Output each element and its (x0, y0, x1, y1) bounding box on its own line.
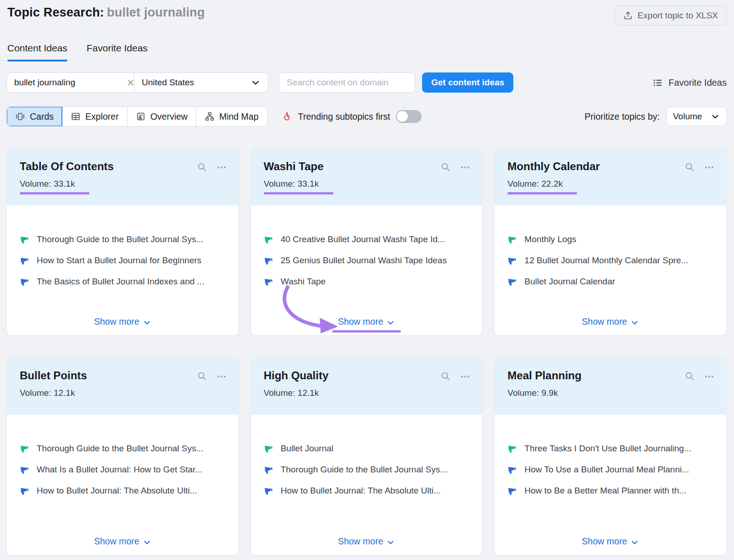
card-body: 40 Creative Bullet Journal Washi Tape Id… (251, 205, 483, 335)
headline-item[interactable]: How to Be a Better Meal Planner with th.… (507, 486, 713, 496)
clear-keyword-icon[interactable]: ✕ (127, 78, 135, 88)
headline-item[interactable]: 12 Bullet Journal Monthly Calendar Spre.… (507, 255, 713, 266)
export-button[interactable]: Export topic to XLSX (614, 6, 727, 26)
more-options-icon[interactable] (217, 371, 227, 382)
more-options-icon[interactable] (460, 371, 470, 382)
favorite-ideas-link[interactable]: Favorite Ideas (652, 78, 727, 88)
headline-text: 25 Genius Bullet Journal Washi Tape Idea… (281, 255, 447, 266)
search-topic-icon[interactable] (440, 162, 451, 172)
country-value: United States (142, 78, 194, 88)
card-volume: Volume: 22.2k (507, 179, 714, 189)
search-topic-icon[interactable] (440, 371, 451, 382)
view-explorer[interactable]: Explorer (62, 107, 128, 126)
search-topic-icon[interactable] (684, 162, 695, 172)
megaphone-green-icon (264, 444, 274, 454)
search-topic-icon[interactable] (684, 371, 695, 382)
domain-search-input[interactable] (279, 72, 415, 93)
mind-map-icon (205, 111, 215, 122)
prioritize-select[interactable]: Volume (666, 107, 727, 126)
country-select[interactable]: United States (134, 73, 268, 92)
headline-item[interactable]: How To Use a Bullet Journal Meal Planni.… (507, 465, 713, 475)
headline-text: Monthly Logs (524, 234, 576, 244)
headline-item[interactable]: What Is a Bullet Journal: How to Get Sta… (20, 465, 226, 475)
headline-item[interactable]: How to Start a Bullet Journal for Beginn… (20, 255, 226, 266)
card-volume-label: Volume: (507, 179, 541, 189)
headline-item[interactable]: Thorough Guide to the Bullet Journal Sys… (20, 234, 226, 244)
cards-icon (15, 111, 25, 122)
card-title: Meal Planning (507, 369, 581, 382)
get-content-ideas-button[interactable]: Get content ideas (422, 72, 513, 93)
show-more-link[interactable]: Show more (338, 316, 395, 327)
headline-item[interactable]: Monthly Logs (507, 234, 713, 244)
card-volume-value: 9.9k (541, 388, 558, 398)
prioritize-label: Prioritize topics by: (584, 111, 660, 122)
card-volume-label: Volume: (264, 388, 298, 398)
headline-text: How to Be a Better Meal Planner with th.… (524, 486, 686, 496)
card-volume: Volume: 9.9k (507, 388, 714, 398)
view-explorer-label: Explorer (85, 111, 119, 122)
show-more-label: Show more (94, 316, 139, 327)
card-header: High Quality Volume: 12.1k (251, 357, 483, 415)
card-header: Table Of Contents Volume: 33.1k (7, 148, 239, 205)
headline-item[interactable]: 25 Genius Bullet Journal Washi Tape Idea… (264, 255, 470, 266)
page-title-label: Topic Research: (7, 6, 104, 19)
cards-grid-row-1: Table Of Contents Volume: 33.1k Thorough… (6, 148, 727, 336)
card-header: Meal Planning Volume: 9.9k (495, 357, 726, 415)
card-header: Washi Tape Volume: 33.1k (251, 148, 483, 205)
tab-content-ideas[interactable]: Content Ideas (7, 43, 67, 61)
headline-item[interactable]: 40 Creative Bullet Journal Washi Tape Id… (264, 234, 470, 244)
view-cards[interactable]: Cards (7, 107, 62, 126)
headline-item[interactable]: Bullet Journal (264, 444, 470, 454)
card-volume-value: 22.2k (541, 179, 562, 189)
card-body: Thorough Guide to the Bullet Journal Sys… (7, 205, 239, 335)
megaphone-blue-icon (20, 486, 30, 496)
search-topic-icon[interactable] (197, 162, 207, 172)
topic-card: Monthly Calendar Volume: 22.2k Monthly L… (494, 148, 727, 336)
headline-text: What Is a Bullet Journal: How to Get Sta… (37, 465, 202, 475)
headline-item[interactable]: Thorough Guide to the Bullet Journal Sys… (264, 465, 470, 475)
headline-item[interactable]: Bullet Journal Calendar (507, 277, 713, 287)
show-more-link[interactable]: Show more (94, 316, 151, 327)
view-overview[interactable]: Overview (128, 107, 196, 126)
flame-icon (281, 111, 292, 122)
headline-item[interactable]: How to Bullet Journal: The Absolute Ulti… (20, 486, 226, 496)
card-title: Table Of Contents (20, 160, 114, 173)
headline-item[interactable]: Thorough Guide to the Bullet Journal Sys… (20, 444, 226, 454)
headline-text: Three Tasks I Don't Use Bullet Journalin… (524, 444, 691, 454)
megaphone-green-icon (20, 444, 30, 454)
headline-text: How To Use a Bullet Journal Meal Planni.… (524, 465, 689, 475)
show-more-link[interactable]: Show more (94, 536, 151, 547)
more-options-icon[interactable] (704, 162, 714, 172)
megaphone-green-icon (507, 444, 517, 454)
headline-item[interactable]: Washi Tape (264, 277, 470, 287)
search-topic-icon[interactable] (197, 371, 207, 382)
headline-text: Washi Tape (281, 277, 326, 287)
megaphone-blue-icon (20, 255, 30, 266)
show-more-label: Show more (582, 536, 627, 547)
megaphone-blue-icon (264, 486, 274, 496)
more-options-icon[interactable] (217, 162, 227, 172)
card-title: High Quality (264, 369, 328, 382)
keyword-field[interactable]: ✕ (7, 73, 134, 92)
keyword-input[interactable] (14, 78, 127, 88)
show-more-link[interactable]: Show more (338, 536, 395, 547)
view-mind-map[interactable]: Mind Map (196, 107, 267, 126)
view-switcher: Cards Explorer Overview (6, 106, 267, 127)
more-options-icon[interactable] (460, 162, 470, 172)
card-volume: Volume: 12.1k (264, 388, 471, 398)
headline-item[interactable]: The Basics of Bullet Journal Indexes and… (20, 277, 226, 287)
export-label: Export topic to XLSX (638, 11, 718, 21)
more-options-icon[interactable] (704, 371, 714, 382)
show-more-label: Show more (582, 316, 627, 327)
headline-item[interactable]: How to Bullet Journal: The Absolute Ulti… (264, 486, 470, 496)
trending-toggle[interactable] (396, 110, 422, 123)
headline-text: Thorough Guide to the Bullet Journal Sys… (37, 444, 203, 454)
headline-list: Three Tasks I Don't Use Bullet Journalin… (507, 444, 713, 507)
show-more-link[interactable]: Show more (582, 316, 639, 327)
tab-favorite-ideas[interactable]: Favorite Ideas (87, 43, 148, 61)
headline-list: Monthly Logs12 Bullet Journal Monthly Ca… (507, 234, 713, 298)
card-volume-value: 33.1k (54, 179, 75, 189)
view-overview-label: Overview (150, 111, 188, 122)
headline-item[interactable]: Three Tasks I Don't Use Bullet Journalin… (507, 444, 713, 454)
show-more-link[interactable]: Show more (582, 536, 639, 547)
